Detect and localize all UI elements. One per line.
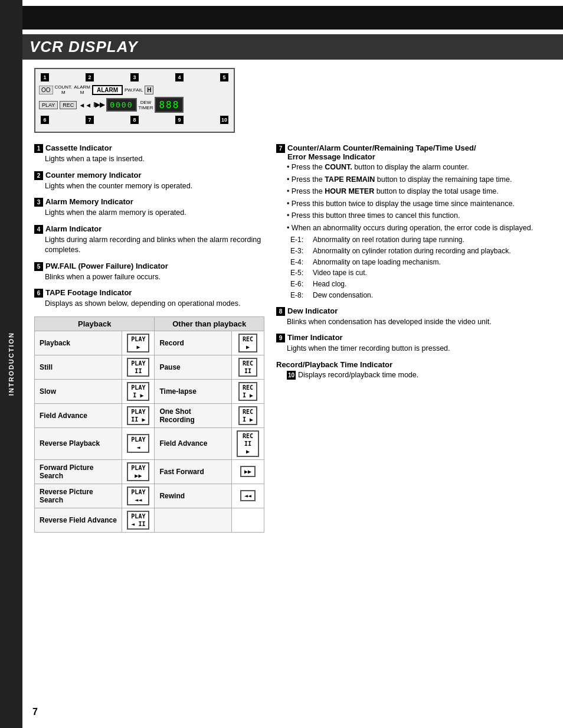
bullet-1: Press the COUNT. button to display the a… [287,162,551,173]
section-7: 7 Counter/Alarm Counter/Remaining Tape/T… [276,143,551,301]
section-10-title: Record/Playback Time Indicator [276,360,551,369]
error-item: E-4:Abnormality on tape loading mechanis… [287,257,551,267]
diagram-num-9: 9 [175,116,184,124]
section-8-body: Blinks when condensation has developed i… [276,317,551,328]
row-1-left-label: Still [35,355,122,379]
section-2-label: Counter memory Indicator [45,171,142,179]
row-4-left-indicator: PLAY ◄ [122,427,155,459]
error-desc: Head clog. [313,279,346,289]
diagram-rew-btn: ◄◄ [78,102,91,109]
row-3-right-label: One Shot Recording [155,403,232,427]
section-6-title: 6 TAPE Footage Indicator [34,288,264,298]
badge-5: 5 [34,262,43,271]
section-9-body: Lights when the timer recording button i… [276,344,551,354]
section-10: Record/Playback Time Indicator 10Display… [276,360,551,381]
error-desc: Dew condensation. [313,290,373,301]
diagram-alarm-m-label: ALARMM [74,84,90,95]
diagram-digit-display: 0000 [106,98,136,112]
diagram-num-2: 2 [86,73,94,81]
section-3-body: Lights when the alarm memory is operated… [34,208,264,218]
error-code: E-3: [290,246,309,256]
row-6-right-indicator: ◄◄ [232,484,264,508]
section-1-body: Lights when a tape is inserted. [34,154,264,165]
section-5-body: Blinks when a power failure occurs. [34,272,264,283]
row-7-right-label [155,508,232,532]
row-2-right-label: Time-lapse [155,379,232,403]
section-3-title: 3 Alarm Memory Indicator [34,197,264,207]
badge-8: 8 [276,307,285,316]
section-5-label: PW.FAIL (Power Failure) Indicator [45,262,168,270]
diagram-dew-timer: DEWTIMER [139,100,153,110]
section-7-body: Press the COUNT. button to display the a… [276,162,551,301]
row-2-left-indicator: PLAY I ▶ [122,379,155,403]
diagram-num-5: 5 [220,73,228,81]
table-row: StillPLAY IIPauseREC II [35,355,264,379]
vcr-diagram: 1 2 3 4 5 OO COUNT.M ALARMM ALARM PW.FAI… [34,68,235,133]
diagram-num-10: 10 [220,116,228,124]
bullet-6: When an abnormality occurs during operat… [287,223,551,234]
row-4-right-indicator: REC II ▶ [232,427,264,459]
section-2-body: Lights when the counter memory is operat… [34,181,264,192]
error-desc: Abnormality on cylinder rotation during … [313,246,511,256]
section-4-title: 4 Alarm Indicator [34,224,264,234]
row-5-left-indicator: PLAY ▶▶ [122,459,155,484]
section-6: 6 TAPE Footage Indicator Displays as sho… [34,288,264,309]
row-0-left-indicator: PLAY ▶ [122,331,155,355]
badge-1: 1 [34,144,43,153]
section-3: 3 Alarm Memory Indicator Lights when the… [34,197,264,218]
playback-table: Playback Other than playback PlaybackPLA… [34,316,264,533]
row-3-left-label: Field Advance [35,403,122,427]
badge-9: 9 [276,334,285,342]
diagram-num-1: 1 [41,73,49,81]
left-column: 1 Cassette Indicator Lights when a tape … [34,143,264,533]
row-6-left-label: Reverse Picture Search [35,484,122,508]
row-6-left-indicator: PLAY ◄◄ [122,484,155,508]
diagram-pwfail-label: PW.FAIL [125,87,143,93]
bullet-4: Press this button twice to display the u… [287,199,551,210]
sidebar: INTRODUCTION [0,0,22,728]
section-4: 4 Alarm Indicator Lights during alarm re… [34,224,264,256]
error-item: E-3:Abnormality on cylinder rotation dur… [287,246,551,256]
diagram-oo: OO [39,86,53,94]
section-9: 9 Timer Indicator Lights when the timer … [276,333,551,354]
section-2: 2 Counter memory Indicator Lights when t… [34,171,264,192]
errors-container: E-1:Abnormality on reel rotation during … [287,235,551,301]
top-banner [22,6,563,30]
error-code: E-8: [290,290,309,301]
section-5-title: 5 PW.FAIL (Power Failure) Indicator [34,262,264,271]
section-4-label: Alarm Indicator [45,224,102,233]
section-3-label: Alarm Memory Indicator [45,197,133,206]
row-7-right-indicator [232,508,264,532]
page-number: 7 [32,707,38,717]
row-0-right-indicator: REC ▶ [232,331,264,355]
section-10-body: 10Displays record/playback time mode. [276,370,551,381]
row-7-left-label: Reverse Field Advance [35,508,122,532]
error-item: E-1:Abnormality on reel rotation during … [287,235,551,245]
error-code: E-6: [290,279,309,289]
table-row: Field AdvancePLAY II ▶One Shot Recording… [35,403,264,427]
error-code: E-5: [290,268,309,278]
diagram-num-4: 4 [175,73,184,81]
row-0-left-label: Playback [35,331,122,355]
row-1-left-indicator: PLAY II [122,355,155,379]
section-1: 1 Cassette Indicator Lights when a tape … [34,143,264,165]
row-4-left-label: Reverse Playback [35,427,122,459]
section-4-body: Lights during alarm recording and blinks… [34,235,264,256]
section-6-body: Displays as shown below, depending on op… [34,299,264,309]
badge-3: 3 [34,198,43,207]
diagram-rec-btn: REC [60,101,77,109]
bullet-2: Press the TAPE REMAIN button to display … [287,175,551,185]
row-3-left-indicator: PLAY II ▶ [122,403,155,427]
section-2-title: 2 Counter memory Indicator [34,171,264,180]
section-6-label: TAPE Footage Indicator [45,288,132,297]
error-item: E-8:Dew condensation. [287,290,551,301]
col2-header: Other than playback [155,316,264,331]
page-title: VCR DISPLAY [30,38,556,56]
section-5: 5 PW.FAIL (Power Failure) Indicator Blin… [34,262,264,283]
diagram-count-label: COUNT.M [55,84,73,95]
badge-10: 10 [287,371,296,380]
badge-2: 2 [34,171,43,180]
row-5-right-indicator: ▶▶ [232,459,264,484]
row-1-right-indicator: REC II [232,355,264,379]
sidebar-label: INTRODUCTION [8,332,15,396]
